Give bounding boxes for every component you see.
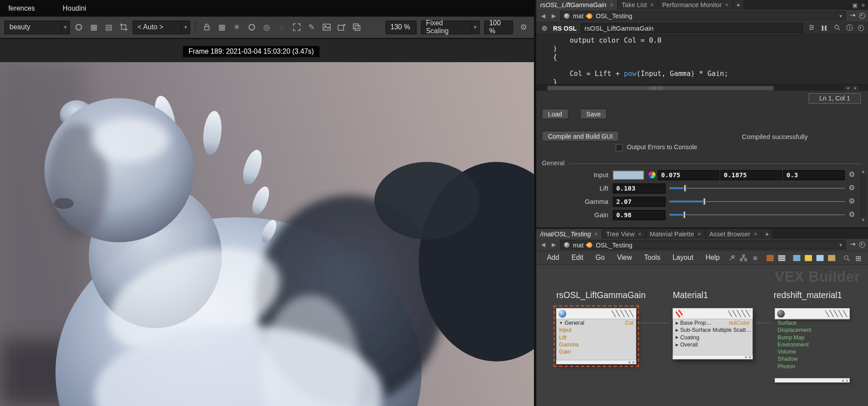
close-tab-icon[interactable]: × xyxy=(650,2,654,8)
caret-right-icon[interactable]: ▶ xyxy=(676,321,679,325)
render-pass-select[interactable]: beauty ▾ xyxy=(4,20,70,34)
gear-icon[interactable]: ⚙ xyxy=(540,24,549,32)
node-row[interactable]: Surface xyxy=(775,319,849,326)
menu-go[interactable]: Go xyxy=(589,254,611,262)
breadcrumb-root[interactable]: mat xyxy=(573,12,584,19)
gear-icon[interactable]: ⚙ xyxy=(517,21,529,33)
grid-small-icon[interactable]: ▦ xyxy=(88,21,100,33)
chevron-down-icon[interactable]: ▾ xyxy=(471,21,479,34)
snapshot-icon[interactable]: ✳ xyxy=(231,21,243,33)
folder-icon[interactable] xyxy=(826,252,837,263)
output-errors-checkbox[interactable] xyxy=(616,144,623,151)
general-section-header[interactable]: General xyxy=(542,159,862,166)
tab-material-palette[interactable]: Material Palette × xyxy=(646,229,705,239)
menu-edit[interactable]: Edit xyxy=(565,254,589,262)
scroll-left-icon[interactable]: ◂ xyxy=(844,85,851,91)
slider-handle[interactable] xyxy=(684,185,687,192)
load-button[interactable]: Load xyxy=(542,109,568,119)
node-row[interactable]: ▶ Base Prop… outColor xyxy=(673,319,753,326)
target-icon[interactable]: ◎ xyxy=(261,21,273,33)
node-row[interactable]: ▶Overall xyxy=(673,341,753,348)
breadcrumb-node[interactable]: OSL_Testing xyxy=(596,241,632,248)
node-row[interactable]: ▼ General Col xyxy=(556,319,636,326)
grid-large-icon[interactable]: ▤ xyxy=(103,21,115,33)
compile-button[interactable]: Compile and Build GUI xyxy=(542,131,619,142)
node-footer[interactable]: ≡≡ xyxy=(556,360,636,364)
gamma-slider[interactable] xyxy=(669,197,844,206)
tab-performance-monitor[interactable]: Performance Monitor × xyxy=(658,0,733,10)
node-title[interactable]: rsOSL_LiftGammaGain xyxy=(556,291,646,300)
tab-asset-browser[interactable]: Asset Browser × xyxy=(705,229,762,239)
window-icon[interactable]: ▣ xyxy=(852,2,858,8)
node-row[interactable]: ▶Coating xyxy=(673,334,753,341)
color-swatch[interactable] xyxy=(613,171,644,179)
pane-menu-icon[interactable]: ≡ xyxy=(861,2,864,8)
close-tab-icon[interactable]: × xyxy=(697,231,701,237)
node-row[interactable]: Displacement xyxy=(775,326,849,334)
tree-icon[interactable] xyxy=(738,252,749,263)
save-button[interactable]: Save xyxy=(580,109,607,119)
dashed-region-icon[interactable]: ◌ xyxy=(276,21,288,33)
node-row[interactable]: Shadow xyxy=(775,355,849,362)
path-field[interactable]: mat OSL_Testing ▾ xyxy=(560,240,846,249)
close-tab-icon[interactable]: × xyxy=(754,231,757,237)
scroll-right-icon[interactable]: ▸ xyxy=(852,85,859,91)
breadcrumb-node[interactable]: OSL_Testing xyxy=(596,12,632,19)
menu-help[interactable]: Help xyxy=(700,254,726,262)
rgb-channels-icon[interactable] xyxy=(72,21,84,33)
menu-preferences[interactable]: ferences xyxy=(2,4,41,12)
circle-region-icon[interactable] xyxy=(246,21,258,33)
caret-right-icon[interactable]: ▶ xyxy=(676,335,679,339)
node-row[interactable]: Bump Map xyxy=(775,334,849,341)
node-name-field[interactable]: rsOSL_LiftGammaGain xyxy=(580,23,803,32)
tab-take-list[interactable]: Take List × xyxy=(618,0,658,10)
pin-icon[interactable] xyxy=(848,240,857,249)
node-footer[interactable]: ≡≡ xyxy=(775,378,849,382)
input-g-field[interactable]: 0.1875 xyxy=(720,170,782,180)
pixel-grid-icon[interactable]: ▦ xyxy=(216,21,228,33)
node-row[interactable]: Gain xyxy=(556,348,636,355)
search-icon[interactable] xyxy=(841,252,852,263)
node-material1[interactable]: ▶ Base Prop… outColor ▶Sub-Surface Multi… xyxy=(673,308,753,359)
node-title[interactable]: Material1 xyxy=(673,291,708,300)
chevron-down-icon[interactable]: ▾ xyxy=(181,21,189,34)
caret-down-icon[interactable]: ▼ xyxy=(559,321,563,325)
vertical-scrollbar[interactable]: ▴ ▾ xyxy=(860,168,866,223)
table-orange-icon[interactable] xyxy=(765,252,776,263)
node-header[interactable] xyxy=(673,308,753,319)
menu-houdini[interactable]: Houdini xyxy=(56,4,92,12)
breadcrumb-root[interactable]: mat xyxy=(573,241,584,248)
gain-slider[interactable] xyxy=(669,211,844,219)
list-icon[interactable]: ≡ xyxy=(750,252,760,263)
lock-icon[interactable] xyxy=(201,21,213,33)
gain-value-field[interactable]: 0.98 xyxy=(613,210,666,220)
tab-rsosl-liftgammagain[interactable]: rsOSL_LiftGammaGain × xyxy=(536,0,618,10)
node-row[interactable]: Environment xyxy=(775,341,849,348)
gamma-value-field[interactable]: 2.07 xyxy=(613,197,666,207)
chevron-down-icon[interactable]: ▾ xyxy=(840,242,842,247)
menu-add[interactable]: Add xyxy=(541,254,565,262)
gear-icon[interactable]: ⚙ xyxy=(848,210,855,219)
script-icon[interactable] xyxy=(815,252,825,263)
menu-layout[interactable]: Layout xyxy=(666,254,699,262)
table-gray-icon[interactable] xyxy=(776,252,787,263)
node-row[interactable]: Input xyxy=(556,326,636,334)
pencil-icon[interactable]: ✎ xyxy=(306,21,318,33)
houdini-help-icon[interactable]: H xyxy=(820,24,828,32)
caret-right-icon[interactable]: ▶ xyxy=(676,328,679,332)
back-icon[interactable]: ◀ xyxy=(539,13,548,19)
crop-icon[interactable] xyxy=(118,21,130,33)
node-flags-icon[interactable] xyxy=(612,310,634,317)
chevron-down-icon[interactable]: ▾ xyxy=(840,13,842,18)
note-icon[interactable] xyxy=(803,252,814,263)
overview-grid-icon[interactable]: ⊞ xyxy=(853,252,864,263)
pane-link-icon[interactable] xyxy=(858,25,864,31)
forward-icon[interactable]: ▶ xyxy=(550,242,558,248)
image-icon[interactable] xyxy=(320,21,332,33)
camera-select[interactable]: < Auto > ▾ xyxy=(132,20,190,34)
close-tab-icon[interactable]: × xyxy=(638,231,641,237)
new-tab-button[interactable]: + xyxy=(762,229,773,239)
close-tab-icon[interactable]: × xyxy=(594,231,598,237)
close-tab-icon[interactable]: × xyxy=(725,2,728,8)
expand-icon[interactable] xyxy=(291,21,303,33)
